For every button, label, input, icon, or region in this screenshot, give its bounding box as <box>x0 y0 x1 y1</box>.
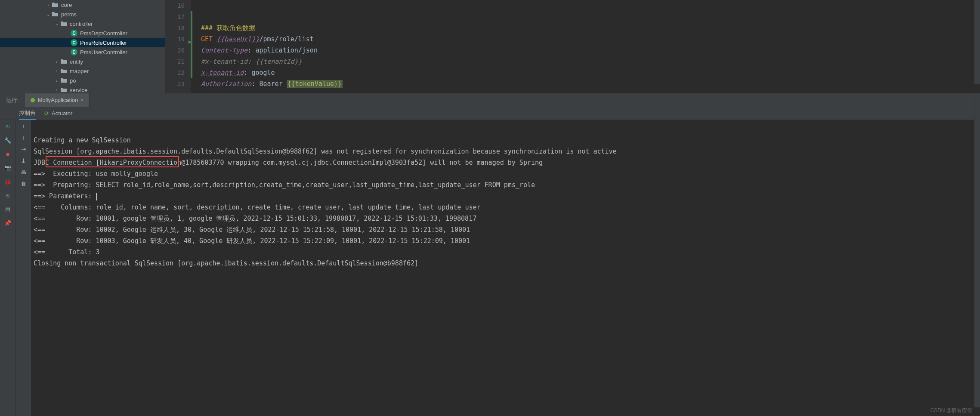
run-tool-window: 运行: MollyApplication × 控制台 ⟳Actuator ↻ 🔧… <box>0 93 980 416</box>
folder-icon <box>60 86 67 93</box>
wrench-icon[interactable]: 🔧 <box>4 136 12 144</box>
caret <box>96 193 97 200</box>
line-number: 16 <box>166 0 185 11</box>
header-val: : google <box>244 69 275 77</box>
wrap-icon[interactable]: ⇥ <box>21 146 26 152</box>
tree-item-entity[interactable]: ›entity <box>0 57 165 66</box>
rerun-icon[interactable]: ↻ <box>4 123 12 130</box>
svg-point-0 <box>31 98 35 102</box>
top-split: ›core ⌄perms ⌄controller CPmsDeptControl… <box>0 0 980 93</box>
console-output[interactable]: Creating a new SqlSession SqlSession [or… <box>31 120 980 416</box>
log-line: <== Total: 3 <box>34 248 100 256</box>
tree-item-pmsrole[interactable]: CPmsRoleController <box>0 38 165 47</box>
class-icon: C <box>71 49 77 55</box>
commented-header: #x-tenant-id: {{tenantId}} <box>201 58 302 65</box>
log-line: ==> Executing: use molly_google <box>34 170 158 178</box>
run-config-tab[interactable]: MollyApplication × <box>25 93 90 107</box>
stop-icon[interactable]: ■ <box>4 150 12 158</box>
pin-icon[interactable]: 📌 <box>4 219 12 227</box>
scroll-icon[interactable]: ⤓ <box>21 157 26 164</box>
tree-item-service[interactable]: ›service <box>0 85 165 93</box>
log-line: Closing non transactional SqlSession [or… <box>34 259 418 267</box>
url-var: {{baseUrl}} <box>216 35 259 43</box>
console-scrollbar[interactable] <box>974 120 980 407</box>
tree-item-perms[interactable]: ⌄perms <box>0 9 165 19</box>
project-tree[interactable]: ›core ⌄perms ⌄controller CPmsDeptControl… <box>0 0 166 93</box>
vcs-change-marker <box>191 11 192 78</box>
folder-icon <box>52 1 59 8</box>
console-subtabs: 控制台 ⟳Actuator <box>0 107 980 120</box>
class-icon: C <box>71 30 77 37</box>
camera-icon[interactable]: 📷 <box>4 164 12 172</box>
tree-label: entity <box>70 59 83 65</box>
log-line: <== Row: 10002, Google 运维人员, 30, Google … <box>34 226 470 234</box>
line-number: 22 <box>166 67 185 78</box>
tree-label: service <box>70 87 87 93</box>
header-key: x-tenant-id <box>201 69 244 77</box>
down-icon[interactable]: ↓ <box>22 134 25 141</box>
line-number: 19▶ <box>166 34 185 45</box>
tree-label: PmsUserController <box>80 49 127 55</box>
run-label: 运行: <box>0 96 25 104</box>
tree-item-mapper[interactable]: ›mapper <box>0 66 165 76</box>
tree-item-po[interactable]: ›po <box>0 76 165 85</box>
tree-label: PmsRoleController <box>80 40 127 46</box>
tree-label: mapper <box>70 68 89 74</box>
layout-icon[interactable]: ▤ <box>4 205 12 213</box>
folder-icon <box>60 58 67 65</box>
actuator-icon: ⟳ <box>44 110 49 117</box>
folder-icon <box>60 77 67 84</box>
tree-item-pmsdept[interactable]: CPmsDeptController <box>0 28 165 38</box>
bug-icon[interactable]: 🐞 <box>4 178 12 185</box>
spring-icon <box>30 98 35 103</box>
folder-icon <box>60 20 67 27</box>
run-tabstrip: 运行: MollyApplication × <box>0 93 980 107</box>
header-key: Authorization <box>201 80 251 88</box>
header-bearer: : Bearer <box>251 80 286 88</box>
close-icon[interactable]: × <box>81 97 84 103</box>
log-line: SqlSession [org.apache.ibatis.session.de… <box>34 148 617 155</box>
line-number: 23 <box>166 78 185 89</box>
log-line: <== Columns: role_id, role_name, sort, d… <box>34 203 481 211</box>
code-editor[interactable]: 16 17 18 19▶ 20 21 22 23 24 ### 获取角色数据 G… <box>166 0 980 93</box>
line-number: 17 <box>166 11 185 22</box>
log-line: <== Row: 10003, Google 研发人员, 40, Google … <box>34 237 470 245</box>
header-val: : application/json <box>247 46 318 54</box>
run-tab-label: MollyApplication <box>38 97 78 103</box>
log-line: <== Row: 10001, google 管理员, 1, google 管理… <box>34 215 476 222</box>
tree-item-pmsuser[interactable]: CPmsUserController <box>0 47 165 57</box>
tree-item-core[interactable]: ›core <box>0 0 165 9</box>
print-icon[interactable]: 🖶 <box>21 169 26 176</box>
log-line: ==> Preparing: SELECT role_id,role_name,… <box>34 181 539 189</box>
code-area[interactable]: ### 获取角色数据 GET {{baseUrl}}/pms/role/list… <box>191 0 980 93</box>
http-method: GET <box>201 35 213 43</box>
token-var: {{tokenValue}} <box>287 80 343 88</box>
tree-label: po <box>70 77 76 84</box>
tree-item-controller[interactable]: ⌄controller <box>0 19 165 28</box>
line-gutter: 16 17 18 19▶ 20 21 22 23 24 <box>166 0 191 93</box>
tree-label: perms <box>61 11 77 18</box>
exit-icon[interactable]: ⎋ <box>4 191 12 199</box>
console-row: ↻ 🔧 ■ 📷 🐞 ⎋ ▤ 📌 ↑ ↓ ⇥ ⤓ 🖶 🗑 Creating a n… <box>0 120 980 416</box>
editor-scrollbar[interactable] <box>974 0 980 84</box>
code-comment: ### 获取角色数据 <box>201 24 255 32</box>
folder-icon <box>60 68 67 74</box>
console-toolbar: ↑ ↓ ⇥ ⤓ 🖶 🗑 <box>15 120 31 416</box>
line-number: 21 <box>166 56 185 67</box>
console-tab[interactable]: 控制台 <box>19 107 36 120</box>
tree-label: core <box>61 2 72 8</box>
line-number: 20 <box>166 45 185 56</box>
tree-label: controller <box>70 21 93 27</box>
url-path: /pms/role/list <box>259 35 313 43</box>
clear-icon[interactable]: 🗑 <box>21 181 26 187</box>
folder-icon <box>52 11 59 18</box>
actuator-tab[interactable]: ⟳Actuator <box>44 107 72 120</box>
tree-label: PmsDeptController <box>80 30 127 37</box>
up-icon[interactable]: ↑ <box>22 123 25 129</box>
header-key: Content-Type <box>201 46 247 54</box>
log-line: ==> Parameters: <box>34 192 96 200</box>
log-line: Creating a new SqlSession <box>34 136 131 144</box>
run-toolbar: ↻ 🔧 ■ 📷 🐞 ⎋ ▤ 📌 <box>0 120 15 416</box>
class-icon: C <box>71 39 77 46</box>
log-line: JDBC Connection [HikariProxyConnection@1… <box>34 159 543 166</box>
